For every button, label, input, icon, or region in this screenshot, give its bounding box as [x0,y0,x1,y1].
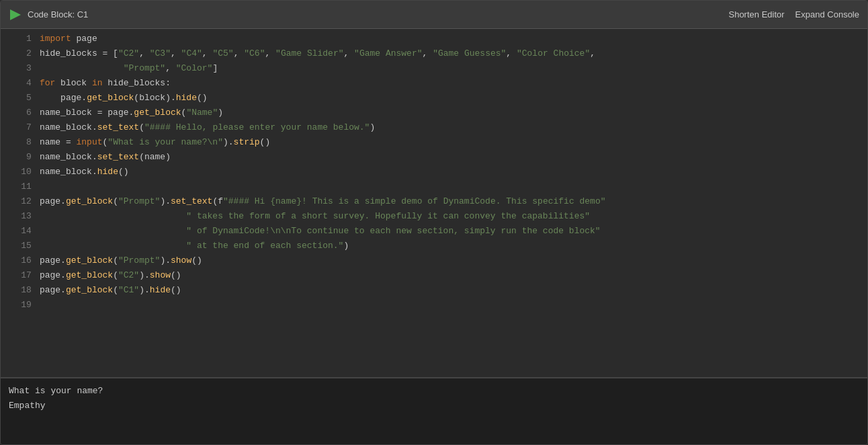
line-content: hide_blocks = ["C2", "C3", "C4", "C5", "… [40,46,867,61]
table-row: 7name_block.set_text("#### Hello, please… [1,120,867,135]
line-number: 4 [1,76,40,91]
line-number: 1 [1,32,40,46]
table-row: 12page.get_block("Prompt").set_text(f"##… [1,194,867,209]
run-icon [10,9,21,20]
console-area: What is your name?Empathy [1,377,867,444]
table-row: 17page.get_block("C2").show() [1,268,867,283]
table-row: 11 [1,179,867,194]
line-content: for block in hide_blocks: [40,76,867,91]
table-row: 8name = input("What is your name?\n").st… [1,135,867,150]
table-row: 15 " at the end of each section.") [1,239,867,253]
line-number: 2 [1,46,40,61]
table-row: 6name_block = page.get_block("Name") [1,106,867,120]
toolbar-actions: Shorten Editor Expand Console [728,9,859,19]
toolbar-title: Code Block: C1 [28,9,728,19]
table-row: 2hide_blocks = ["C2", "C3", "C4", "C5", … [1,46,867,61]
line-content [40,179,867,194]
table-row: 5 page.get_block(block).hide() [1,91,867,106]
line-content: name_block = page.get_block("Name") [40,106,867,120]
line-content: name_block.set_text(name) [40,150,867,165]
table-row: 3 "Prompt", "Color"] [1,61,867,76]
line-content: page.get_block("C2").show() [40,268,867,283]
table-row: 9name_block.set_text(name) [1,150,867,165]
code-block: 1import page2hide_blocks = ["C2", "C3", … [1,29,867,315]
line-content: " of DynamiCode!\n\nTo continue to each … [40,224,867,239]
line-number: 15 [1,239,40,253]
line-number: 11 [1,179,40,194]
line-number: 14 [1,224,40,239]
line-content: import page [40,32,867,46]
line-content: "Prompt", "Color"] [40,61,867,76]
line-number: 6 [1,106,40,120]
line-number: 9 [1,150,40,165]
line-number: 8 [1,135,40,150]
line-content: " takes the form of a short survey. Hope… [40,209,867,224]
toolbar: Code Block: C1 Shorten Editor Expand Con… [1,1,867,29]
line-content: page.get_block("Prompt").set_text(f"####… [40,194,867,209]
run-button[interactable] [9,8,22,22]
line-content: " at the end of each section.") [40,239,867,253]
line-number: 16 [1,253,40,268]
table-row: 4for block in hide_blocks: [1,76,867,91]
table-row: 1import page [1,32,867,46]
table-row: 19 [1,298,867,313]
line-number: 10 [1,165,40,179]
editor-container: Code Block: C1 Shorten Editor Expand Con… [0,0,868,445]
console-line: What is your name? [9,384,859,399]
line-number: 12 [1,194,40,209]
line-number: 5 [1,91,40,106]
line-number: 3 [1,61,40,76]
code-editor-area[interactable]: 1import page2hide_blocks = ["C2", "C3", … [1,29,867,377]
line-content: name = input("What is your name?\n").str… [40,135,867,150]
shorten-editor-button[interactable]: Shorten Editor [728,9,784,19]
line-number: 19 [1,298,40,313]
table-row: 10name_block.hide() [1,165,867,179]
table-row: 16page.get_block("Prompt").show() [1,253,867,268]
line-content: name_block.hide() [40,165,867,179]
table-row: 14 " of DynamiCode!\n\nTo continue to ea… [1,224,867,239]
line-number: 7 [1,120,40,135]
table-row: 18page.get_block("C1").hide() [1,283,867,298]
line-number: 18 [1,283,40,298]
line-number: 17 [1,268,40,283]
line-content: page.get_block("C1").hide() [40,283,867,298]
table-row: 13 " takes the form of a short survey. H… [1,209,867,224]
line-content: page.get_block("Prompt").show() [40,253,867,268]
line-content: page.get_block(block).hide() [40,91,867,106]
line-number: 13 [1,209,40,224]
expand-console-button[interactable]: Expand Console [795,9,859,19]
line-content [40,298,867,313]
console-output: What is your name?Empathy [9,384,859,413]
line-content: name_block.set_text("#### Hello, please … [40,120,867,135]
console-line: Empathy [9,399,859,413]
